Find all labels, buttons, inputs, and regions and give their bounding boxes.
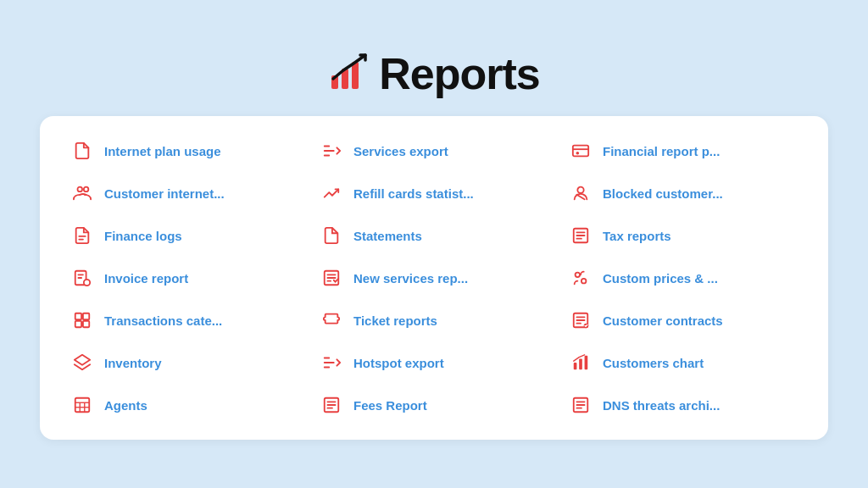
svg-line-12: [576, 195, 584, 200]
report-item-transactions-cate[interactable]: Transactions cate...: [60, 299, 309, 341]
report-item-tax-reports[interactable]: Tax reports: [559, 214, 808, 257]
reports-icon: [328, 52, 372, 96]
report-item-label: Hotspot export: [353, 356, 444, 370]
svg-rect-29: [75, 313, 81, 319]
report-item-label: New services rep...: [353, 271, 468, 286]
svg-rect-30: [83, 313, 89, 319]
doc-icon: [320, 226, 343, 245]
list-edit-icon: [320, 269, 343, 287]
svg-rect-31: [75, 321, 81, 327]
page-header: Reports: [328, 48, 539, 99]
grid-icon: [70, 311, 94, 330]
report-item-label: DNS threats archi...: [603, 398, 720, 413]
report-item-label: Customers chart: [603, 356, 704, 370]
report-item-ticket-reports[interactable]: Ticket reports: [309, 299, 559, 341]
invoice-icon: [70, 269, 94, 287]
report-item-label: Agents: [104, 398, 147, 413]
report-item-label: Refill cards statist...: [353, 186, 474, 201]
ticket-icon: [320, 311, 343, 330]
reports-grid: Internet plan usageServices exportFinanc…: [60, 130, 808, 426]
svg-rect-45: [75, 398, 90, 413]
svg-rect-43: [579, 358, 582, 369]
report-item-customer-internet[interactable]: Customer internet...: [60, 172, 309, 214]
report-item-hotspot-export[interactable]: Hotspot export: [309, 341, 559, 384]
report-item-customers-chart[interactable]: Customers chart: [559, 341, 808, 384]
report-item-custom-prices[interactable]: Custom prices & ...: [559, 257, 808, 299]
svg-point-9: [78, 187, 83, 192]
svg-rect-2: [352, 62, 359, 89]
report-item-customer-contracts[interactable]: Customer contracts: [559, 299, 808, 341]
layers-icon: [70, 353, 94, 372]
report-item-label: Statements: [353, 229, 422, 243]
svg-point-27: [576, 273, 581, 278]
block-icon: [569, 184, 593, 202]
svg-point-8: [576, 152, 580, 155]
customers-icon: [70, 184, 94, 202]
svg-marker-38: [75, 355, 90, 365]
report-item-blocked-customer[interactable]: Blocked customer...: [559, 172, 808, 214]
report-item-inventory[interactable]: Inventory: [60, 341, 309, 384]
report-item-internet-plan-usage[interactable]: Internet plan usage: [60, 130, 309, 172]
export-icon: [320, 353, 343, 372]
svg-point-28: [581, 279, 587, 284]
report-item-label: Tax reports: [603, 229, 671, 243]
page-title: Reports: [379, 48, 539, 99]
report-item-statements[interactable]: Statements: [309, 214, 559, 257]
svg-rect-32: [83, 321, 89, 327]
report-item-label: Blocked customer...: [603, 186, 723, 201]
report-item-label: Customer contracts: [603, 313, 723, 328]
bar-chart-icon: [569, 353, 593, 372]
report-item-label: Fees Report: [353, 398, 427, 413]
report-item-dns-threats[interactable]: DNS threats archi...: [559, 384, 808, 426]
report-item-label: Finance logs: [104, 229, 182, 243]
report-item-financial-report[interactable]: Financial report p...: [559, 130, 808, 172]
report-item-label: Customer internet...: [104, 186, 225, 201]
svg-point-20: [84, 280, 90, 286]
svg-point-10: [84, 187, 89, 192]
svg-rect-6: [573, 146, 588, 157]
chart-up-icon: [320, 184, 343, 202]
report-item-refill-cards[interactable]: Refill cards statist...: [309, 172, 559, 214]
report-item-invoice-report[interactable]: Invoice report: [60, 257, 309, 299]
file-edit-icon: [70, 226, 94, 245]
report-item-label: Internet plan usage: [104, 144, 221, 158]
grid-calc-icon: [70, 396, 94, 414]
report-item-label: Ticket reports: [353, 313, 437, 328]
report-item-label: Inventory: [104, 356, 162, 370]
report-item-label: Invoice report: [104, 271, 188, 286]
finance-icon: [569, 141, 593, 160]
report-item-new-services-rep[interactable]: New services rep...: [309, 257, 559, 299]
report-item-label: Custom prices & ...: [603, 271, 718, 286]
list-icon: [569, 396, 593, 414]
list-icon: [569, 226, 593, 245]
report-item-finance-logs[interactable]: Finance logs: [60, 214, 309, 257]
report-item-services-export[interactable]: Services export: [309, 130, 559, 172]
export-icon: [320, 141, 343, 160]
report-item-label: Transactions cate...: [104, 313, 222, 328]
svg-rect-42: [574, 363, 577, 369]
contract-icon: [569, 311, 593, 330]
report-item-fees-report[interactable]: Fees Report: [309, 384, 559, 426]
report-item-label: Services export: [353, 144, 448, 158]
custom-icon: [569, 269, 593, 287]
reports-card: Internet plan usageServices exportFinanc…: [40, 116, 828, 440]
svg-point-11: [577, 187, 583, 193]
report-item-label: Financial report p...: [603, 144, 720, 158]
svg-rect-44: [585, 356, 588, 370]
list-icon: [320, 396, 343, 414]
file-icon: [70, 141, 94, 160]
report-item-agents[interactable]: Agents: [60, 384, 309, 426]
